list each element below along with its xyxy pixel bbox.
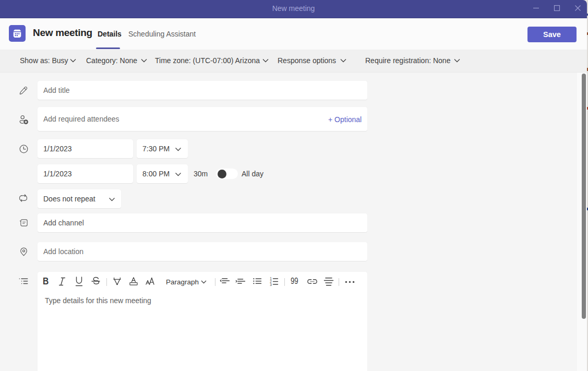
svg-text:3: 3 [270, 283, 272, 286]
